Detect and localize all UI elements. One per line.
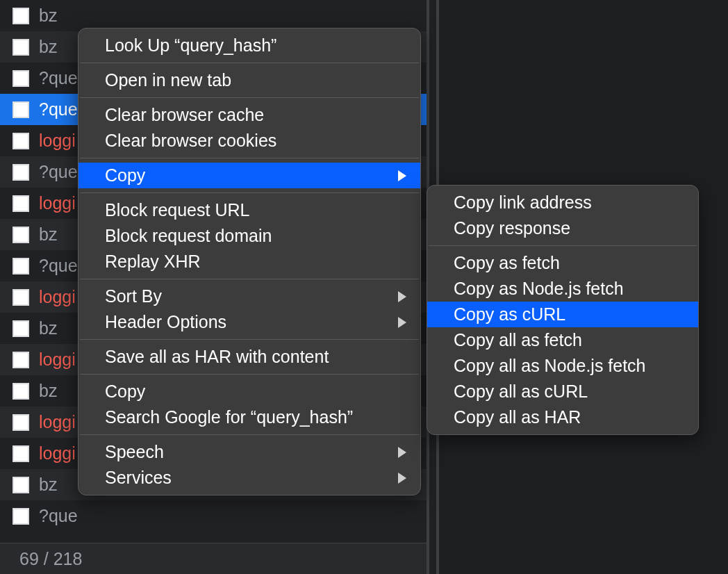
request-icon: [13, 508, 29, 525]
request-icon: [13, 445, 29, 462]
request-name: bz: [39, 6, 57, 26]
context-menu-item[interactable]: Open in new tab: [78, 67, 420, 93]
submenu-item-label: Copy response: [454, 218, 570, 238]
context-menu-item-label: Block request domain: [105, 226, 272, 246]
submenu-item[interactable]: Copy all as fetch: [427, 327, 698, 353]
network-row[interactable]: bz: [0, 0, 429, 31]
request-icon: [13, 133, 29, 149]
request-name: ?que: [39, 68, 78, 88]
context-menu[interactable]: Look Up “query_hash”Open in new tabClear…: [78, 28, 421, 495]
request-name: ?que: [39, 506, 78, 526]
submenu-item-label: Copy all as HAR: [454, 407, 581, 427]
submenu-item-label: Copy all as Node.js fetch: [454, 356, 646, 376]
request-name: loggi: [39, 131, 76, 151]
request-name: ?que: [39, 256, 78, 276]
context-menu-item[interactable]: Clear browser cache: [78, 102, 420, 128]
menu-separator: [80, 63, 419, 63]
context-menu-item[interactable]: Save all as HAR with content: [78, 344, 420, 370]
context-menu-item[interactable]: Speech: [78, 439, 420, 465]
menu-separator: [80, 374, 419, 375]
request-name: bz: [39, 224, 57, 245]
context-menu-item[interactable]: Header Options: [78, 309, 420, 335]
submenu-item[interactable]: Copy response: [427, 215, 698, 241]
menu-separator: [80, 158, 419, 158]
request-name: loggi: [39, 350, 76, 370]
menu-separator: [80, 279, 419, 279]
context-menu-item-label: Copy: [105, 165, 145, 186]
request-icon: [13, 164, 29, 181]
network-row[interactable]: ?que: [0, 500, 429, 532]
request-name: loggi: [39, 412, 76, 432]
menu-separator: [80, 339, 419, 340]
context-menu-item[interactable]: Block request domain: [78, 223, 420, 249]
request-name: loggi: [39, 443, 76, 464]
request-name: ?que: [39, 99, 78, 120]
request-name: loggi: [39, 287, 76, 307]
request-icon: [13, 39, 29, 56]
request-icon: [13, 70, 29, 87]
context-menu-item[interactable]: Look Up “query_hash”: [78, 33, 420, 58]
submenu-item-label: Copy as cURL: [454, 304, 565, 325]
context-menu-item[interactable]: Block request URL: [78, 197, 420, 223]
submenu-arrow-icon: [398, 317, 406, 328]
request-name: ?que: [39, 162, 78, 182]
context-menu-item-label: Copy: [105, 382, 145, 402]
submenu-item-label: Copy link address: [454, 192, 592, 213]
submenu-item-label: Copy all as cURL: [454, 382, 588, 402]
request-icon: [13, 383, 29, 400]
submenu-item[interactable]: Copy as fetch: [427, 250, 698, 276]
request-icon: [13, 320, 29, 337]
request-icon: [13, 414, 29, 431]
context-menu-item[interactable]: Copy: [78, 379, 420, 404]
menu-separator: [80, 434, 419, 435]
request-icon: [13, 195, 29, 212]
context-menu-item-label: Search Google for “query_hash”: [105, 407, 353, 427]
submenu-arrow-icon: [398, 170, 406, 181]
request-icon: [13, 8, 29, 24]
network-status-bar: 69 / 218: [0, 543, 429, 574]
menu-separator: [80, 192, 419, 193]
context-menu-item-label: Open in new tab: [105, 70, 231, 90]
submenu-item[interactable]: Copy all as cURL: [427, 379, 698, 404]
submenu-arrow-icon: [398, 291, 406, 302]
submenu-item-label: Copy all as fetch: [454, 330, 582, 350]
request-icon: [13, 477, 29, 493]
submenu-item[interactable]: Copy all as HAR: [427, 404, 698, 430]
context-menu-item-label: Block request URL: [105, 200, 249, 220]
request-name: bz: [39, 381, 57, 401]
request-name: bz: [39, 318, 57, 338]
context-menu-item[interactable]: Services: [78, 465, 420, 491]
request-icon: [13, 289, 29, 306]
menu-separator: [429, 245, 697, 246]
submenu-arrow-icon: [398, 447, 406, 458]
request-name: bz: [39, 37, 57, 57]
menu-separator: [80, 97, 419, 98]
submenu-item[interactable]: Copy as cURL: [427, 302, 698, 327]
request-name: loggi: [39, 193, 76, 213]
submenu-item-label: Copy as Node.js fetch: [454, 279, 624, 299]
request-icon: [13, 258, 29, 274]
copy-submenu[interactable]: Copy link addressCopy responseCopy as fe…: [427, 185, 699, 435]
context-menu-item[interactable]: Sort By: [78, 284, 420, 309]
request-icon: [13, 101, 29, 118]
context-menu-item-label: Save all as HAR with content: [105, 347, 329, 367]
submenu-item[interactable]: Copy link address: [427, 190, 698, 215]
submenu-item[interactable]: Copy all as Node.js fetch: [427, 353, 698, 379]
context-menu-item-label: Services: [105, 468, 172, 488]
context-menu-item-label: Clear browser cache: [105, 105, 264, 125]
context-menu-item-label: Clear browser cookies: [105, 131, 276, 151]
context-menu-item[interactable]: Copy: [78, 163, 420, 188]
context-menu-item-label: Header Options: [105, 312, 226, 332]
request-icon: [13, 352, 29, 368]
context-menu-item-label: Speech: [105, 442, 164, 462]
context-menu-item[interactable]: Clear browser cookies: [78, 128, 420, 154]
submenu-item-label: Copy as fetch: [454, 253, 560, 273]
context-menu-item[interactable]: Replay XHR: [78, 249, 420, 274]
request-icon: [13, 227, 29, 243]
network-status-text: 69 / 218: [19, 549, 82, 569]
submenu-arrow-icon: [398, 473, 406, 484]
context-menu-item-label: Sort By: [105, 286, 162, 306]
context-menu-item[interactable]: Search Google for “query_hash”: [78, 404, 420, 430]
context-menu-item-label: Look Up “query_hash”: [105, 35, 276, 56]
submenu-item[interactable]: Copy as Node.js fetch: [427, 276, 698, 302]
